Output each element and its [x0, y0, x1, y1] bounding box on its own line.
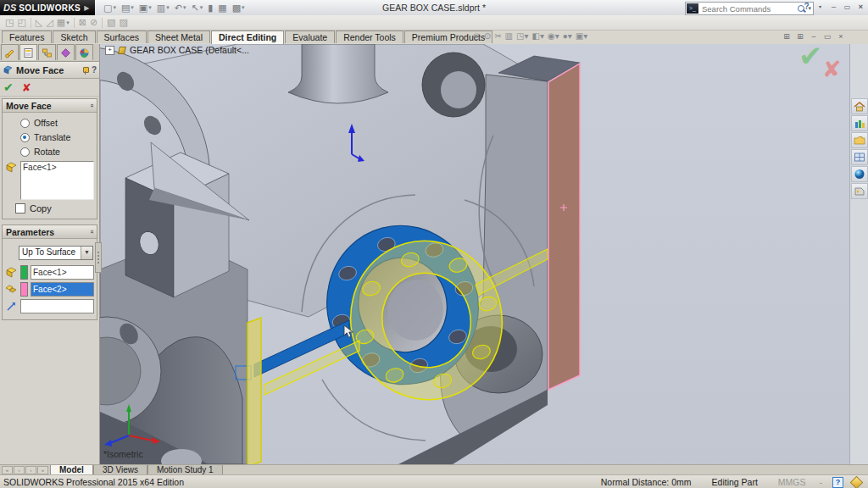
option-rotate[interactable]: Rotate [20, 147, 94, 157]
cylinder-boss[interactable] [288, 44, 388, 103]
options-button[interactable]: ▩▾ [231, 1, 247, 14]
scroll-last-icon[interactable]: » [37, 466, 48, 474]
search-scope-icon[interactable]: >_ [687, 3, 698, 14]
group-parameters-header[interactable]: Parameters [3, 225, 97, 239]
cancel-button[interactable] [22, 81, 31, 94]
copy-option[interactable]: Copy [15, 203, 94, 214]
option-offset[interactable]: Offset [20, 118, 94, 128]
confirm-ok-icon[interactable] [798, 44, 823, 73]
tab-surfaces[interactable]: Surfaces [97, 30, 147, 43]
custom-properties-tab[interactable] [851, 183, 868, 199]
doc-minimize-icon[interactable]: – [809, 32, 819, 41]
doc-window-icon[interactable]: ⊞ [782, 32, 792, 41]
new-document-button[interactable]: ▢▾ [102, 1, 118, 14]
tab-sheet-metal[interactable]: Sheet Metal [147, 30, 210, 43]
delete-face-tool-icon[interactable]: ◰ [15, 16, 27, 30]
selection-item[interactable]: Face<1> [23, 163, 92, 172]
doc-window-icon[interactable]: ⊞ [795, 32, 805, 41]
search-commands-box[interactable]: >_ ▾ [685, 2, 814, 15]
zoom-fit-icon[interactable]: ◎ [473, 31, 481, 41]
configuration-manager-tab[interactable] [38, 44, 56, 60]
delete-body-tool-icon[interactable]: ⊠ [77, 16, 88, 30]
rebuild-button[interactable]: ▮ [206, 1, 214, 14]
offset-vertex-field[interactable] [20, 299, 94, 313]
undo-button[interactable]: ↶▾ [173, 1, 188, 14]
hide-show-items-icon[interactable]: ◉▾ [548, 31, 559, 41]
zoom-area-icon[interactable]: ⊙ [484, 31, 491, 41]
view-palette-tab[interactable] [851, 149, 868, 165]
collapse-icon[interactable] [87, 103, 95, 107]
panel-splitter-handle[interactable] [95, 242, 102, 273]
appearances-tab[interactable] [851, 166, 868, 182]
confirm-cancel-icon[interactable] [822, 56, 842, 83]
property-manager-tab[interactable] [19, 44, 37, 60]
chamfer-tool-icon[interactable]: ◿ [44, 16, 54, 30]
move-face-tool-icon[interactable]: ◳ [3, 16, 15, 30]
apply-scene-icon[interactable]: ▣▾ [576, 31, 587, 41]
display-style-icon[interactable]: ◧▾ [531, 31, 543, 41]
end-condition-dropdown[interactable]: Up To Surface [19, 246, 93, 260]
file-explorer-tab[interactable] [851, 132, 868, 148]
top-bore-inner[interactable] [441, 71, 476, 108]
tree-root-label[interactable]: GEAR BOX CASE (Default<... [130, 45, 249, 55]
fillet-tool-icon[interactable]: ◺ [34, 16, 44, 30]
units-label[interactable]: MMGS [768, 477, 816, 487]
target-face-field[interactable]: Face<2> [31, 282, 94, 297]
collapse-icon[interactable] [87, 230, 95, 233]
radio-offset[interactable] [20, 119, 30, 128]
close-button[interactable] [855, 2, 866, 12]
feature-manager-tab[interactable] [1, 44, 19, 60]
open-document-button[interactable]: ▤▾ [120, 1, 136, 14]
previous-view-icon[interactable]: ✂ [494, 31, 501, 41]
option-translate[interactable]: Translate [20, 132, 94, 142]
help-dropdown-icon[interactable]: ▾ [815, 2, 826, 12]
copy-checkbox[interactable] [15, 203, 25, 214]
tab-render-tools[interactable]: Render Tools [336, 30, 403, 43]
scroll-first-icon[interactable]: « [2, 466, 13, 474]
tab-sketch[interactable]: Sketch [53, 30, 95, 43]
save-button[interactable]: ▣▾ [137, 1, 153, 14]
direction-reference-field[interactable]: Face<1> [31, 265, 94, 280]
edit-appearance-icon[interactable]: ●▾ [563, 31, 572, 41]
section-view-icon[interactable]: ▥ [505, 31, 513, 41]
faces-to-move-selection-box[interactable]: Face<1> [20, 161, 94, 200]
home-tab[interactable] [851, 98, 868, 114]
tree-expand-icon[interactable] [105, 46, 114, 55]
tab-evaluate[interactable]: Evaluate [285, 30, 335, 43]
combine-tool-icon[interactable]: ⊘ [88, 16, 99, 30]
design-library-tab[interactable] [851, 115, 868, 131]
target-face-pink[interactable] [548, 64, 580, 390]
group-move-face-header[interactable]: Move Face [3, 99, 97, 113]
select-button[interactable]: ↖▾ [189, 1, 204, 14]
scroll-next-icon[interactable]: › [25, 466, 36, 474]
pin-icon[interactable] [81, 66, 89, 75]
quick-tips-icon[interactable]: ? [832, 477, 843, 488]
tab-features[interactable]: Features [2, 30, 52, 43]
logo-flyout-arrow-icon[interactable]: ▶ [84, 4, 89, 12]
model-canvas[interactable] [100, 44, 849, 464]
radio-translate[interactable] [20, 133, 30, 142]
help-icon[interactable]: ? [92, 65, 97, 75]
graphics-viewport[interactable]: GEAR BOX CASE (Default<... *Isometric [100, 44, 849, 464]
ok-button[interactable] [3, 80, 14, 94]
flyout-feature-tree[interactable]: GEAR BOX CASE (Default<... [105, 45, 249, 55]
help-button[interactable]: ? [801, 2, 812, 12]
view-orientation-icon[interactable]: ◳▾ [516, 31, 528, 41]
print-button[interactable]: ▥▾ [155, 1, 171, 14]
display-manager-tab[interactable] [75, 44, 93, 60]
radio-rotate[interactable] [20, 147, 30, 157]
search-input[interactable] [700, 3, 797, 14]
scroll-prev-icon[interactable]: ‹ [14, 466, 25, 474]
minimize-button[interactable] [828, 2, 839, 12]
dimxpert-manager-tab[interactable] [57, 44, 75, 60]
mirror-tool-icon[interactable]: ▨ [118, 16, 130, 30]
dropdown-arrow-icon[interactable] [81, 247, 92, 259]
doc-restore-icon[interactable]: ▭ [822, 32, 832, 41]
tab-direct-editing[interactable]: Direct Editing [211, 30, 284, 44]
tags-icon[interactable] [850, 475, 864, 488]
restore-button[interactable] [842, 2, 853, 12]
copy-body-tool-icon[interactable]: ▧ [105, 16, 117, 30]
doc-close-icon[interactable]: × [836, 32, 846, 41]
pattern-tool-icon[interactable]: ▦▾ [55, 16, 71, 30]
file-properties-button[interactable]: ▦ [216, 1, 228, 14]
